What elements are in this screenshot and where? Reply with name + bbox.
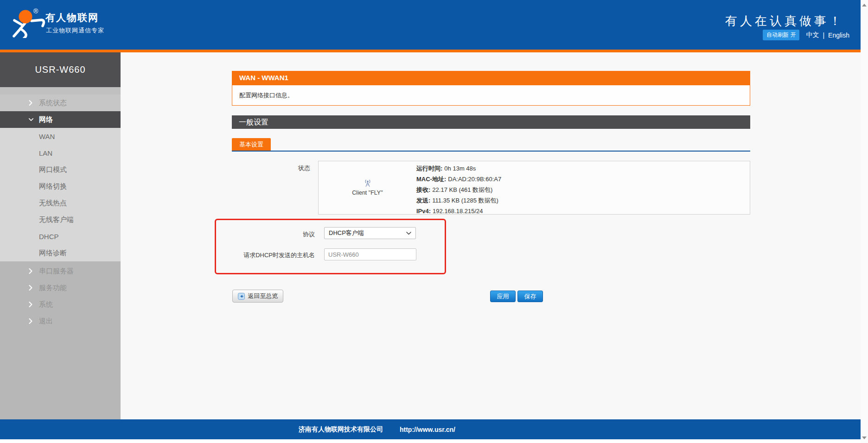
sidebar-item-label: 系统状态 <box>39 99 67 108</box>
status-line: 接收:22.17 KB (461 数据包) <box>416 184 750 195</box>
action-buttons: 应用 保存 <box>490 291 543 302</box>
sidebar-item-label: 无线客户端 <box>39 215 74 224</box>
status-line: 发送:111.35 KB (1285 数据包) <box>416 195 750 206</box>
back-button-label: 返回至总览 <box>248 292 278 300</box>
section-title: 一般设置 <box>232 115 750 129</box>
status-line-value: 111.35 KB (1285 数据包) <box>432 197 498 204</box>
sidebar-item-label: LAN <box>39 149 52 157</box>
header-controls: 自动刷新 开 中文 | English <box>763 30 849 40</box>
sidebar-item-label: 退出 <box>39 317 53 326</box>
sidebar-item-service-function[interactable]: 服务功能 <box>0 279 121 296</box>
status-line-label: IPv4: <box>416 208 431 215</box>
hostname-input[interactable] <box>324 248 416 260</box>
protocol-select-value: DHCP客户端 <box>329 229 364 237</box>
sidebar-submenu: WAN LAN 网口模式 网络切换 无线热点 无线客户端 DHCP 网络诊断 <box>0 128 121 261</box>
status-details: 运行时间:0h 13m 48s MAC-地址:DA:AD:20:9B:60:A7… <box>416 161 750 214</box>
lang-separator: | <box>823 32 824 39</box>
footer-company: 济南有人物联网技术有限公司 <box>299 425 383 434</box>
sidebar-item-label: 系统 <box>39 300 53 309</box>
back-to-overview-button[interactable]: 返回至总览 <box>232 290 283 303</box>
sidebar-item-dhcp[interactable]: DHCP <box>0 228 121 245</box>
sidebar-item-system[interactable]: 系统 <box>0 296 121 313</box>
sidebar-bottom-group: 串口服务器 服务功能 系统 退出 <box>0 261 121 419</box>
sidebar-item-label: WAN <box>39 133 55 140</box>
status-line-label: 发送: <box>416 197 430 204</box>
status-field-label: 状态 <box>232 164 319 172</box>
sidebar-item-network[interactable]: 网络 <box>0 111 121 128</box>
footer-bar: 济南有人物联网技术有限公司 http://www.usr.cn/ <box>0 419 868 439</box>
sidebar-item-lan[interactable]: LAN <box>0 145 121 161</box>
chevron-right-icon <box>29 268 33 274</box>
sidebar-item-label: 网络诊断 <box>39 249 67 258</box>
brand-title: 有人物联网 <box>45 11 99 24</box>
page-description: 配置网络接口信息。 <box>232 85 750 106</box>
vertical-scrollbar[interactable] <box>861 0 868 443</box>
wireless-signal-icon <box>363 179 372 187</box>
footer-url: http://www.usr.cn/ <box>400 426 455 433</box>
scroll-up-arrow-icon[interactable] <box>862 4 867 6</box>
sidebar-item-port-mode[interactable]: 网口模式 <box>0 161 121 178</box>
sidebar-item-label: DHCP <box>39 233 59 240</box>
main-panel: WAN - WWAN1 配置网络接口信息。 一般设置 基本设置 状态 Clien… <box>232 52 750 419</box>
back-icon <box>238 293 245 300</box>
sidebar-item-label: 服务功能 <box>39 284 67 292</box>
sidebar-item-serial-server[interactable]: 串口服务器 <box>0 263 121 279</box>
client-caption: Client "FLY" <box>352 190 383 196</box>
device-name: USR-W660 <box>0 52 121 87</box>
chevron-down-icon <box>406 232 411 235</box>
status-line: 运行时间:0h 13m 48s <box>416 163 750 174</box>
registered-mark: ® <box>33 7 38 15</box>
sidebar: USR-W660 系统状态 网络 WAN LAN 网口模式 网络切换 无线热点 … <box>0 52 121 419</box>
auto-refresh-toggle[interactable]: 自动刷新 开 <box>763 30 799 40</box>
chevron-right-icon <box>29 285 33 291</box>
save-button[interactable]: 保存 <box>517 291 543 302</box>
sidebar-item-label: 串口服务器 <box>39 267 74 276</box>
status-line-value: 0h 13m 48s <box>444 165 476 172</box>
screen: ® 有人物联网 工业物联网通信专家 有人在认真做事！ 自动刷新 开 中文 | E… <box>0 0 868 443</box>
sidebar-item-wan[interactable]: WAN <box>0 128 121 145</box>
status-line-label: MAC-地址: <box>416 176 446 183</box>
sidebar-item-label: 无线热点 <box>39 199 67 208</box>
sidebar-item-system-status[interactable]: 系统状态 <box>0 95 121 111</box>
top-header-bar: ® 有人物联网 工业物联网通信专家 有人在认真做事！ 自动刷新 开 中文 | E… <box>0 0 868 50</box>
protocol-select[interactable]: DHCP客户端 <box>324 227 416 239</box>
sidebar-item-network-switch[interactable]: 网络切换 <box>0 178 121 195</box>
status-line-label: 接收: <box>416 186 430 193</box>
status-box: Client "FLY" 运行时间:0h 13m 48s MAC-地址:DA:A… <box>318 161 750 215</box>
sidebar-item-logout[interactable]: 退出 <box>0 313 121 329</box>
scroll-down-arrow-icon[interactable] <box>862 437 867 439</box>
chevron-right-icon <box>29 318 33 324</box>
tab-underline <box>232 151 750 152</box>
tab-basic-settings[interactable]: 基本设置 <box>232 138 271 151</box>
language-switch: 中文 | English <box>806 31 849 39</box>
sidebar-item-network-diagnosis[interactable]: 网络诊断 <box>0 245 121 261</box>
status-line: IPv4:192.168.18.215/24 <box>416 206 750 216</box>
sidebar-spacer <box>0 87 121 95</box>
status-client-cell: Client "FLY" <box>319 161 416 214</box>
status-line: MAC-地址:DA:AD:20:9B:60:A7 <box>416 174 750 184</box>
lang-english-link[interactable]: English <box>828 32 849 39</box>
chevron-right-icon <box>29 302 33 307</box>
sidebar-item-label: 网络切换 <box>39 182 67 191</box>
sidebar-item-label: 网络 <box>39 115 53 124</box>
sidebar-item-wireless-client[interactable]: 无线客户端 <box>0 211 121 228</box>
protocol-field-label: 协议 <box>232 230 319 239</box>
hostname-field-label: 请求DHCP时发送的主机名 <box>232 251 319 259</box>
page-title: WAN - WWAN1 <box>232 71 750 85</box>
apply-button[interactable]: 应用 <box>490 291 516 302</box>
status-line-label: 运行时间: <box>416 165 442 172</box>
header-slogan: 有人在认真做事！ <box>725 13 844 29</box>
status-line-value: 22.17 KB (461 数据包) <box>432 186 492 193</box>
sidebar-item-label: 网口模式 <box>39 165 67 174</box>
usr-logo-icon: ® <box>12 6 49 38</box>
sidebar-item-wireless-ap[interactable]: 无线热点 <box>0 195 121 211</box>
brand-subtitle: 工业物联网通信专家 <box>46 26 104 35</box>
status-line-value: DA:AD:20:9B:60:A7 <box>448 176 501 183</box>
footer-content: 济南有人物联网技术有限公司 http://www.usr.cn/ <box>0 419 754 439</box>
chevron-down-icon <box>29 118 33 121</box>
lang-chinese-link[interactable]: 中文 <box>806 31 819 39</box>
chevron-right-icon <box>29 100 33 106</box>
status-line-value: 192.168.18.215/24 <box>433 208 483 215</box>
